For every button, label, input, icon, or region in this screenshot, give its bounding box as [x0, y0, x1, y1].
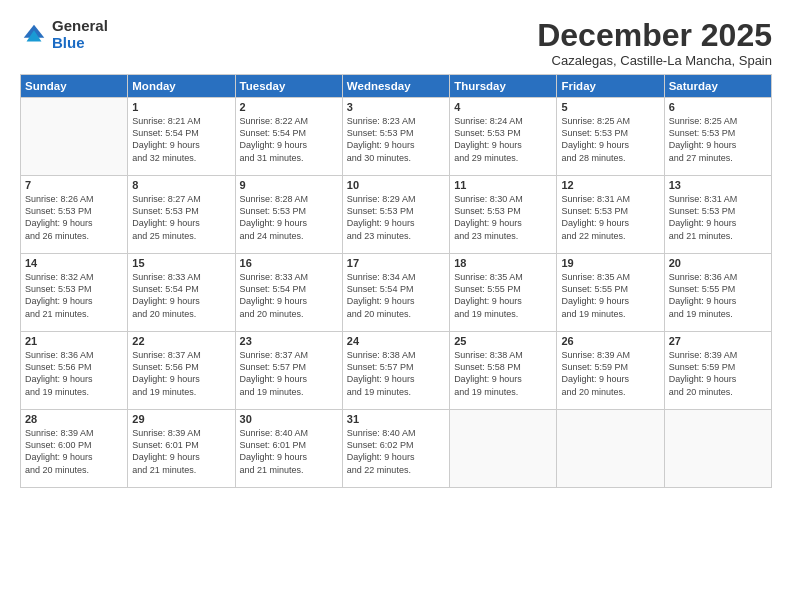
day-info: Sunrise: 8:30 AM Sunset: 5:53 PM Dayligh…	[454, 193, 552, 242]
logo-general-text: General	[52, 18, 108, 35]
day-number: 11	[454, 179, 552, 191]
table-cell: 17Sunrise: 8:34 AM Sunset: 5:54 PM Dayli…	[342, 254, 449, 332]
day-number: 31	[347, 413, 445, 425]
col-sunday: Sunday	[21, 75, 128, 98]
day-number: 2	[240, 101, 338, 113]
day-number: 17	[347, 257, 445, 269]
table-cell: 5Sunrise: 8:25 AM Sunset: 5:53 PM Daylig…	[557, 98, 664, 176]
table-cell: 8Sunrise: 8:27 AM Sunset: 5:53 PM Daylig…	[128, 176, 235, 254]
day-info: Sunrise: 8:22 AM Sunset: 5:54 PM Dayligh…	[240, 115, 338, 164]
day-number: 18	[454, 257, 552, 269]
day-info: Sunrise: 8:38 AM Sunset: 5:57 PM Dayligh…	[347, 349, 445, 398]
table-cell: 3Sunrise: 8:23 AM Sunset: 5:53 PM Daylig…	[342, 98, 449, 176]
table-cell	[557, 410, 664, 488]
table-cell: 9Sunrise: 8:28 AM Sunset: 5:53 PM Daylig…	[235, 176, 342, 254]
table-cell: 13Sunrise: 8:31 AM Sunset: 5:53 PM Dayli…	[664, 176, 771, 254]
day-number: 24	[347, 335, 445, 347]
day-number: 27	[669, 335, 767, 347]
table-cell: 1Sunrise: 8:21 AM Sunset: 5:54 PM Daylig…	[128, 98, 235, 176]
day-info: Sunrise: 8:39 AM Sunset: 6:01 PM Dayligh…	[132, 427, 230, 476]
day-info: Sunrise: 8:25 AM Sunset: 5:53 PM Dayligh…	[561, 115, 659, 164]
page: General Blue December 2025 Cazalegas, Ca…	[0, 0, 792, 612]
table-cell	[664, 410, 771, 488]
day-number: 23	[240, 335, 338, 347]
title-block: December 2025 Cazalegas, Castille-La Man…	[537, 18, 772, 68]
day-info: Sunrise: 8:32 AM Sunset: 5:53 PM Dayligh…	[25, 271, 123, 320]
table-row: 1Sunrise: 8:21 AM Sunset: 5:54 PM Daylig…	[21, 98, 772, 176]
table-cell: 7Sunrise: 8:26 AM Sunset: 5:53 PM Daylig…	[21, 176, 128, 254]
table-cell: 12Sunrise: 8:31 AM Sunset: 5:53 PM Dayli…	[557, 176, 664, 254]
day-number: 20	[669, 257, 767, 269]
table-cell: 18Sunrise: 8:35 AM Sunset: 5:55 PM Dayli…	[450, 254, 557, 332]
table-cell: 22Sunrise: 8:37 AM Sunset: 5:56 PM Dayli…	[128, 332, 235, 410]
day-number: 22	[132, 335, 230, 347]
day-number: 30	[240, 413, 338, 425]
table-cell: 29Sunrise: 8:39 AM Sunset: 6:01 PM Dayli…	[128, 410, 235, 488]
table-row: 28Sunrise: 8:39 AM Sunset: 6:00 PM Dayli…	[21, 410, 772, 488]
table-cell: 20Sunrise: 8:36 AM Sunset: 5:55 PM Dayli…	[664, 254, 771, 332]
table-cell: 15Sunrise: 8:33 AM Sunset: 5:54 PM Dayli…	[128, 254, 235, 332]
day-number: 25	[454, 335, 552, 347]
table-cell: 25Sunrise: 8:38 AM Sunset: 5:58 PM Dayli…	[450, 332, 557, 410]
day-number: 19	[561, 257, 659, 269]
day-info: Sunrise: 8:39 AM Sunset: 6:00 PM Dayligh…	[25, 427, 123, 476]
day-number: 1	[132, 101, 230, 113]
day-number: 8	[132, 179, 230, 191]
day-info: Sunrise: 8:33 AM Sunset: 5:54 PM Dayligh…	[132, 271, 230, 320]
header: General Blue December 2025 Cazalegas, Ca…	[20, 18, 772, 68]
table-cell: 14Sunrise: 8:32 AM Sunset: 5:53 PM Dayli…	[21, 254, 128, 332]
table-cell: 31Sunrise: 8:40 AM Sunset: 6:02 PM Dayli…	[342, 410, 449, 488]
table-cell: 19Sunrise: 8:35 AM Sunset: 5:55 PM Dayli…	[557, 254, 664, 332]
table-cell: 26Sunrise: 8:39 AM Sunset: 5:59 PM Dayli…	[557, 332, 664, 410]
day-info: Sunrise: 8:24 AM Sunset: 5:53 PM Dayligh…	[454, 115, 552, 164]
day-info: Sunrise: 8:36 AM Sunset: 5:56 PM Dayligh…	[25, 349, 123, 398]
table-row: 21Sunrise: 8:36 AM Sunset: 5:56 PM Dayli…	[21, 332, 772, 410]
day-number: 7	[25, 179, 123, 191]
table-row: 14Sunrise: 8:32 AM Sunset: 5:53 PM Dayli…	[21, 254, 772, 332]
day-info: Sunrise: 8:35 AM Sunset: 5:55 PM Dayligh…	[561, 271, 659, 320]
col-monday: Monday	[128, 75, 235, 98]
table-row: 7Sunrise: 8:26 AM Sunset: 5:53 PM Daylig…	[21, 176, 772, 254]
day-info: Sunrise: 8:40 AM Sunset: 6:02 PM Dayligh…	[347, 427, 445, 476]
day-number: 14	[25, 257, 123, 269]
day-info: Sunrise: 8:34 AM Sunset: 5:54 PM Dayligh…	[347, 271, 445, 320]
day-number: 6	[669, 101, 767, 113]
day-info: Sunrise: 8:38 AM Sunset: 5:58 PM Dayligh…	[454, 349, 552, 398]
month-title: December 2025	[537, 18, 772, 53]
day-number: 26	[561, 335, 659, 347]
header-row: Sunday Monday Tuesday Wednesday Thursday…	[21, 75, 772, 98]
table-cell	[21, 98, 128, 176]
day-info: Sunrise: 8:39 AM Sunset: 5:59 PM Dayligh…	[561, 349, 659, 398]
day-info: Sunrise: 8:35 AM Sunset: 5:55 PM Dayligh…	[454, 271, 552, 320]
day-info: Sunrise: 8:25 AM Sunset: 5:53 PM Dayligh…	[669, 115, 767, 164]
table-cell: 6Sunrise: 8:25 AM Sunset: 5:53 PM Daylig…	[664, 98, 771, 176]
day-number: 12	[561, 179, 659, 191]
logo-text: General Blue	[52, 18, 108, 51]
col-friday: Friday	[557, 75, 664, 98]
col-wednesday: Wednesday	[342, 75, 449, 98]
day-info: Sunrise: 8:29 AM Sunset: 5:53 PM Dayligh…	[347, 193, 445, 242]
location-subtitle: Cazalegas, Castille-La Mancha, Spain	[537, 53, 772, 68]
day-info: Sunrise: 8:36 AM Sunset: 5:55 PM Dayligh…	[669, 271, 767, 320]
table-cell: 27Sunrise: 8:39 AM Sunset: 5:59 PM Dayli…	[664, 332, 771, 410]
day-number: 16	[240, 257, 338, 269]
calendar-table: Sunday Monday Tuesday Wednesday Thursday…	[20, 74, 772, 488]
day-info: Sunrise: 8:31 AM Sunset: 5:53 PM Dayligh…	[561, 193, 659, 242]
day-info: Sunrise: 8:33 AM Sunset: 5:54 PM Dayligh…	[240, 271, 338, 320]
table-cell: 23Sunrise: 8:37 AM Sunset: 5:57 PM Dayli…	[235, 332, 342, 410]
day-number: 13	[669, 179, 767, 191]
logo-blue-text: Blue	[52, 35, 108, 52]
table-cell: 10Sunrise: 8:29 AM Sunset: 5:53 PM Dayli…	[342, 176, 449, 254]
table-cell: 11Sunrise: 8:30 AM Sunset: 5:53 PM Dayli…	[450, 176, 557, 254]
day-info: Sunrise: 8:27 AM Sunset: 5:53 PM Dayligh…	[132, 193, 230, 242]
col-saturday: Saturday	[664, 75, 771, 98]
day-info: Sunrise: 8:31 AM Sunset: 5:53 PM Dayligh…	[669, 193, 767, 242]
day-number: 9	[240, 179, 338, 191]
day-info: Sunrise: 8:28 AM Sunset: 5:53 PM Dayligh…	[240, 193, 338, 242]
table-cell: 21Sunrise: 8:36 AM Sunset: 5:56 PM Dayli…	[21, 332, 128, 410]
day-info: Sunrise: 8:40 AM Sunset: 6:01 PM Dayligh…	[240, 427, 338, 476]
day-number: 3	[347, 101, 445, 113]
day-info: Sunrise: 8:37 AM Sunset: 5:56 PM Dayligh…	[132, 349, 230, 398]
day-number: 10	[347, 179, 445, 191]
table-cell: 16Sunrise: 8:33 AM Sunset: 5:54 PM Dayli…	[235, 254, 342, 332]
